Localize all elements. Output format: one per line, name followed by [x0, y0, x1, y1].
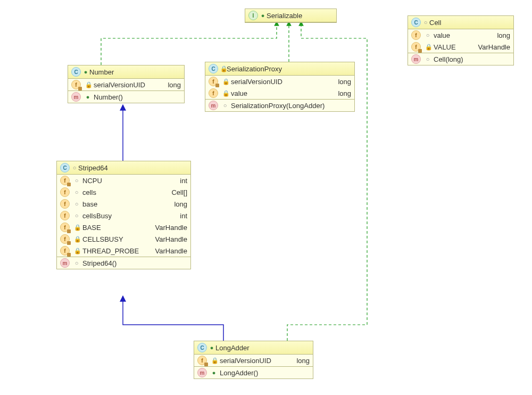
field-static-icon: f — [209, 77, 218, 86]
class-header: C 🔒 SerializationProxy — [205, 62, 354, 76]
field-icon: f — [411, 30, 421, 40]
class-icon: C — [60, 163, 70, 172]
field-static-icon: f — [60, 246, 70, 256]
class-title: Serializable — [267, 12, 302, 20]
method-row: m ○ Cell(long) — [408, 53, 513, 65]
visibility-icon: ○ — [74, 177, 79, 184]
field-name: base — [82, 200, 97, 208]
field-type: Cell[] — [166, 188, 187, 196]
field-icon: f — [60, 211, 70, 220]
field-type: long — [332, 89, 351, 97]
class-header: I ● Serializable — [245, 9, 336, 22]
field-name: serialVersionUID — [94, 81, 145, 89]
field-name: serialVersionUID — [231, 78, 282, 86]
field-static-icon: f — [71, 80, 81, 89]
visibility-icon: 🔒 — [74, 236, 79, 243]
field-type: VarHandle — [473, 43, 510, 51]
method-signature: SerializationProxy(LongAdder) — [231, 102, 325, 110]
field-static-icon: f — [411, 42, 421, 52]
field-name: serialVersionUID — [220, 357, 271, 365]
class-long-adder: C ● LongAdder f 🔒 serialVersionUID long … — [194, 341, 313, 379]
class-cell: C ○ Cell f ○ value long f 🔒 VALUE VarHan… — [408, 15, 514, 65]
visibility-icon: ● — [85, 94, 90, 100]
visibility-icon: ● — [211, 369, 217, 376]
field-name: NCPU — [82, 177, 102, 185]
class-serialization-proxy: C 🔒 SerializationProxy f 🔒 serialVersion… — [205, 62, 355, 112]
field-type: VarHandle — [150, 224, 187, 232]
class-title: Number — [89, 68, 114, 76]
field-row: f 🔒 serialVersionUID long — [68, 79, 184, 90]
visibility-icon: ○ — [425, 56, 430, 62]
field-type: long — [162, 81, 181, 89]
visibility-icon: 🔒 — [74, 248, 79, 254]
class-header: C ○ Cell — [408, 16, 513, 29]
class-title: Striped64 — [78, 164, 108, 172]
method-signature: Number() — [94, 93, 123, 101]
field-name: THREAD_PROBE — [82, 247, 139, 255]
class-header: C ○ Striped64 — [57, 161, 190, 175]
field-type: long — [169, 200, 187, 208]
class-icon: C — [209, 64, 218, 73]
visibility-icon: ○ — [423, 19, 428, 26]
visibility-icon: 🔒 — [425, 44, 430, 51]
visibility-icon: 🔒 — [85, 81, 90, 88]
class-header: C ● Number — [68, 65, 184, 79]
field-row: f ○ base long — [57, 198, 190, 210]
visibility-icon: ● — [209, 344, 214, 351]
uml-diagram: I ● Serializable C ○ Cell f ○ value long… — [0, 0, 532, 395]
field-row: f ○ cellsBusy int — [57, 210, 190, 221]
class-number: C ● Number f 🔒 serialVersionUID long m ●… — [68, 65, 185, 103]
field-static-icon: f — [60, 176, 70, 185]
class-title: Cell — [429, 19, 441, 27]
method-row: m ○ SerializationProxy(LongAdder) — [205, 99, 354, 111]
field-row: f 🔒 CELLSBUSY VarHandle — [57, 233, 190, 245]
visibility-icon: ○ — [72, 164, 77, 171]
field-row: f ○ NCPU int — [57, 175, 190, 186]
method-signature: Striped64() — [82, 259, 117, 267]
visibility-icon: 🔒 — [74, 224, 79, 231]
field-name: VALUE — [434, 43, 456, 51]
visibility-icon: ○ — [74, 189, 79, 195]
field-row: f 🔒 THREAD_PROBE VarHandle — [57, 245, 190, 257]
method-row: m ● LongAdder() — [194, 366, 313, 378]
method-icon: m — [71, 92, 81, 102]
method-icon: m — [197, 368, 207, 377]
field-row: f ○ value long — [408, 29, 513, 41]
field-icon: f — [60, 199, 70, 209]
visibility-icon: ● — [83, 69, 88, 75]
visibility-icon: ○ — [222, 102, 228, 109]
visibility-icon: 🔒 — [211, 357, 217, 364]
field-type: int — [174, 177, 187, 185]
field-name: BASE — [82, 224, 101, 232]
class-icon: C — [411, 18, 421, 27]
class-striped64: C ○ Striped64 f ○ NCPU int f ○ cells Cel… — [56, 161, 191, 269]
class-icon: C — [71, 67, 81, 77]
method-icon: m — [411, 54, 421, 64]
field-static-icon: f — [60, 223, 70, 232]
class-title: SerializationProxy — [227, 65, 282, 73]
visibility-icon: 🔒 — [222, 78, 228, 85]
method-row: m ○ Striped64() — [57, 257, 190, 269]
field-icon: f — [60, 187, 70, 197]
field-type: VarHandle — [150, 247, 187, 255]
field-type: long — [492, 31, 510, 39]
field-row: f 🔒 serialVersionUID long — [194, 355, 313, 366]
field-type: long — [291, 357, 310, 365]
field-name: CELLSBUSY — [82, 235, 123, 243]
field-type: long — [332, 78, 351, 86]
field-row: f 🔒 BASE VarHandle — [57, 221, 190, 233]
method-signature: Cell(long) — [434, 55, 463, 63]
field-row: f ○ cells Cell[] — [57, 186, 190, 198]
class-icon: C — [197, 343, 207, 352]
field-name: cells — [82, 188, 96, 196]
visibility-icon: ○ — [74, 212, 79, 219]
field-row: f 🔒 serialVersionUID long — [205, 76, 354, 87]
field-row: f 🔒 value long — [205, 87, 354, 99]
class-header: C ● LongAdder — [194, 341, 313, 355]
field-name: cellsBusy — [82, 212, 112, 220]
class-serializable: I ● Serializable — [245, 9, 337, 23]
method-icon: m — [60, 258, 70, 268]
field-type: VarHandle — [150, 235, 187, 243]
field-static-icon: f — [60, 234, 70, 244]
field-name: value — [231, 89, 247, 97]
